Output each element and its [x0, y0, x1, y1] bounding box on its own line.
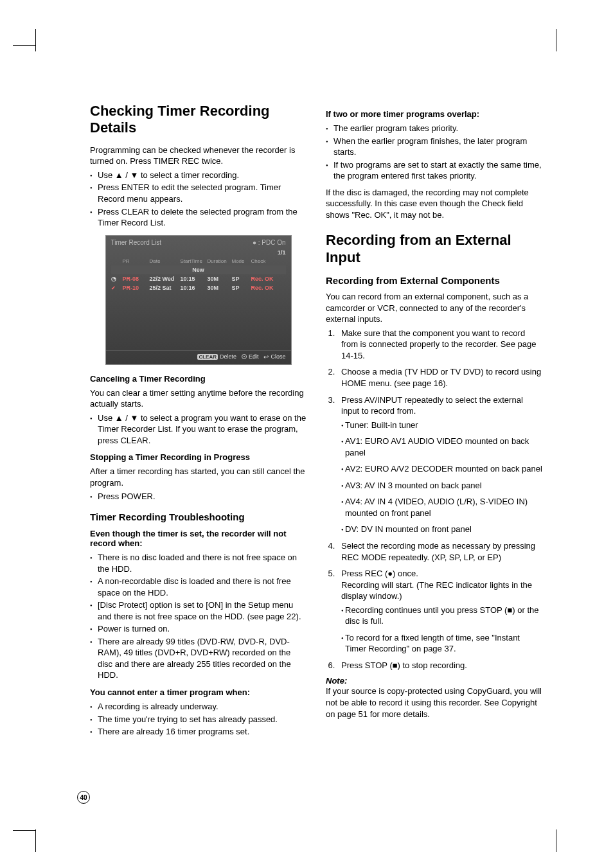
trouble-sub2: You cannot enter a timer program when: [90, 687, 306, 697]
damaged-paragraph: If the disc is damaged, the recording ma… [326, 187, 542, 221]
footer-close: Close [271, 353, 285, 360]
row-start: 10:16 [181, 285, 208, 291]
clear-badge: CLEAR [197, 354, 218, 360]
overlap-list: The earlier program takes priority. When… [326, 123, 542, 182]
crop-mark [35, 829, 36, 852]
trouble-list-1: There is no disc loaded and there is not… [90, 552, 306, 681]
trouble-sub1: Even though the timer is set, the record… [90, 529, 306, 548]
right-column: If two or more timer programs overlap: T… [326, 103, 542, 743]
row-date: 25/2 Sat [150, 285, 181, 291]
heading-external-input: Recording from an External Input [326, 232, 542, 266]
row-mode: SP [232, 285, 251, 291]
osd-title: Timer Record List [111, 239, 162, 246]
crop-mark [556, 829, 556, 852]
cancel-list: Use ▲ / ▼ to select a program you want t… [90, 412, 306, 447]
col-date: Date [150, 258, 181, 264]
row-date: 22/2 Wed [150, 276, 181, 282]
left-column: Checking Timer Recording Details Program… [90, 103, 306, 743]
osd-page: 1/1 [278, 249, 286, 256]
return-icon [263, 353, 269, 360]
col-start: StartTime [181, 258, 208, 264]
footer-edit: Edit [249, 353, 259, 360]
list-item: There is no disc loaded and there is not… [90, 552, 306, 574]
row-check: Rec. OK [251, 276, 282, 282]
row-mode: SP [232, 276, 251, 282]
osd-new-row: New [111, 265, 286, 274]
list-item: Press POWER. [90, 491, 306, 502]
external-steps: Make sure that the component you want to… [326, 328, 542, 671]
col-mode: Mode [232, 258, 251, 264]
list-item: Use ▲ / ▼ to select a program you want t… [90, 412, 306, 447]
heading-stopping: Stopping a Timer Recording in Progress [90, 452, 306, 462]
note-paragraph: If your source is copy-protected using C… [326, 686, 542, 720]
osd-row: PR-08 22/2 Wed 10:15 30M SP Rec. OK [106, 274, 291, 283]
list-item: AV4: AV IN 4 (VIDEO, AUDIO (L/R), S-VIDE… [341, 496, 542, 518]
step-item: Make sure that the component you want to… [337, 328, 542, 362]
row-pr: PR-08 [123, 276, 150, 282]
intro-list: Use ▲ / ▼ to select a timer recording. P… [90, 170, 306, 229]
row-check: Rec. OK [251, 285, 282, 291]
check-icon [111, 285, 123, 291]
crop-mark [13, 830, 35, 831]
list-item: Recording continues until you press STOP… [341, 605, 542, 627]
col-check: Check [251, 258, 282, 264]
osd-pdc: ● : PDC On [253, 239, 286, 246]
input-sub-list: Tuner: Built-in tuner AV1: EURO AV1 AUDI… [341, 420, 542, 535]
note-label: Note: [326, 676, 542, 686]
row-start: 10:15 [181, 276, 208, 282]
page-number: 40 [77, 791, 90, 804]
crop-mark [35, 29, 36, 51]
list-item: AV3: AV IN 3 mounted on back panel [341, 480, 542, 492]
step-item: Press STOP (■) to stop recording. [337, 660, 542, 671]
heading-troubleshooting: Timer Recording Troubleshooting [90, 511, 306, 522]
list-item: Use ▲ / ▼ to select a timer recording. [90, 170, 306, 181]
intro-paragraph: Programming can be checked whenever the … [90, 145, 306, 167]
list-item: To record for a fixed length of time, se… [341, 632, 542, 655]
list-item: If two programs are set to start at exac… [326, 159, 542, 182]
timer-record-list-osd: Timer Record List ● : PDC On 1/1 PR Date… [105, 235, 292, 365]
stop-list: Press POWER. [90, 491, 306, 502]
list-item: [Disc Protect] option is set to [ON] in … [90, 599, 306, 622]
list-item: Press ENTER to edit the selected program… [90, 182, 306, 204]
step-item: Press AV/INPUT repeatedly to select the … [337, 394, 542, 535]
crop-mark [556, 29, 556, 51]
list-item: A non-recordable disc is loaded and ther… [90, 576, 306, 598]
osd-footer: CLEAR Delete Edit Close [106, 350, 291, 364]
row-pr: PR-10 [123, 285, 150, 291]
heading-canceling: Canceling a Timer Recording [90, 374, 306, 384]
list-item: There are already 16 timer programs set. [90, 726, 306, 738]
heading-external-components: Recording from External Components [326, 275, 542, 286]
row-dur: 30M [208, 285, 232, 291]
list-item: There are already 99 titles (DVD-RW, DVD… [90, 636, 306, 681]
step-text: Press AV/INPUT repeatedly to select the … [341, 395, 523, 416]
step-item: Choose a media (TV HDD or TV DVD) to rec… [337, 366, 542, 389]
step-item: Select the recording mode as necessary b… [337, 540, 542, 563]
footer-delete: Delete [220, 353, 236, 360]
step-text: Press REC (●) once. Recording will start… [341, 569, 532, 601]
heading-overlap: If two or more timer programs overlap: [326, 109, 542, 119]
list-item: Power is turned on. [90, 623, 306, 635]
list-item: Tuner: Built-in tuner [341, 420, 542, 431]
crop-mark [13, 45, 35, 46]
cancel-paragraph: You can clear a timer setting anytime be… [90, 387, 306, 410]
trouble-list-2: A recording is already underway. The tim… [90, 701, 306, 738]
col-duration: Duration [208, 258, 232, 264]
list-item: DV: DV IN mounted on front panel [341, 524, 542, 535]
stop-paragraph: After a timer recording has started, you… [90, 466, 306, 488]
list-item: The earlier program takes priority. [326, 123, 542, 134]
list-item: AV2: EURO A/V2 DECODER mounted on back p… [341, 463, 542, 475]
osd-row: PR-10 25/2 Sat 10:16 30M SP Rec. OK [106, 283, 291, 292]
clock-icon [111, 276, 123, 282]
dot-icon [242, 354, 247, 359]
list-item: When the earlier program finishes, the l… [326, 136, 542, 158]
osd-column-headers: PR Date StartTime Duration Mode Check [106, 257, 291, 265]
list-item: AV1: EURO AV1 AUDIO VIDEO mounted on bac… [341, 436, 542, 458]
external-intro: You can record from an external componen… [326, 291, 542, 325]
step-item: Press REC (●) once. Recording will start… [337, 568, 542, 655]
heading-checking-timer: Checking Timer Recording Details [90, 103, 306, 137]
page-content: Checking Timer Recording Details Program… [90, 103, 542, 743]
row-dur: 30M [208, 276, 232, 282]
list-item: Press CLEAR to delete the selected progr… [90, 206, 306, 229]
rec-sub-list: Recording continues until you press STOP… [341, 605, 542, 655]
col-pr: PR [123, 258, 150, 264]
